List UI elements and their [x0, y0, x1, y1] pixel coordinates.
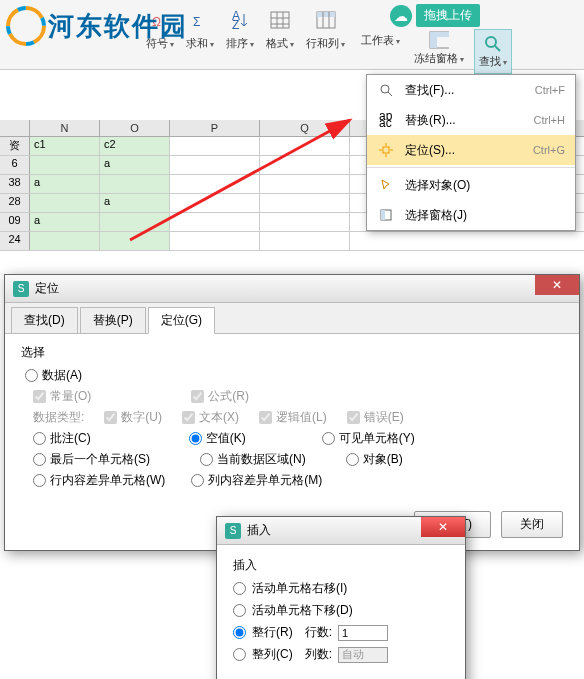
- cols-input: [338, 647, 388, 663]
- rowcol-group[interactable]: 行和列: [302, 4, 349, 53]
- cell[interactable]: [260, 194, 350, 212]
- row-header[interactable]: 38: [0, 175, 30, 193]
- cell[interactable]: [100, 175, 170, 193]
- dialog-app-icon: S: [13, 281, 29, 297]
- svg-rect-30: [381, 210, 385, 220]
- cell[interactable]: [170, 213, 260, 231]
- col-header[interactable]: O: [100, 120, 170, 136]
- col-header[interactable]: N: [30, 120, 100, 136]
- cell[interactable]: c1: [30, 137, 100, 155]
- cell[interactable]: [30, 194, 100, 212]
- cell[interactable]: a: [30, 175, 100, 193]
- cell[interactable]: a: [100, 194, 170, 212]
- menu-find[interactable]: 查找(F)... Ctrl+F: [367, 75, 575, 105]
- insert-titlebar[interactable]: S 插入 ✕: [217, 517, 465, 545]
- find-label: 查找: [479, 54, 507, 69]
- cell[interactable]: [260, 213, 350, 231]
- freeze-label: 冻结窗格: [414, 51, 464, 66]
- radio-blank[interactable]: [189, 432, 202, 445]
- check-text: [182, 411, 195, 424]
- col-header[interactable]: Q: [260, 120, 350, 136]
- sort-group[interactable]: AZ 排序: [222, 4, 258, 53]
- radio-shift-right[interactable]: [233, 582, 246, 595]
- radio-visible[interactable]: [322, 432, 335, 445]
- row-header[interactable]: 09: [0, 213, 30, 231]
- sheet-row[interactable]: 24: [0, 232, 584, 251]
- menu-replace[interactable]: abac 替换(R)... Ctrl+H: [367, 105, 575, 135]
- find-icon: [482, 34, 504, 52]
- goto-icon: [377, 141, 395, 159]
- tab-find[interactable]: 查找(D): [11, 307, 78, 333]
- radio-object[interactable]: [346, 453, 359, 466]
- cell[interactable]: [30, 232, 100, 250]
- radio-shift-down[interactable]: [233, 604, 246, 617]
- row-header[interactable]: 6: [0, 156, 30, 174]
- close-dialog-button[interactable]: 关闭: [501, 511, 563, 538]
- search-icon: [377, 81, 395, 99]
- cell[interactable]: [170, 137, 260, 155]
- cell[interactable]: [30, 156, 100, 174]
- radio-data[interactable]: [25, 369, 38, 382]
- radio-curregion[interactable]: [200, 453, 213, 466]
- svg-rect-12: [317, 12, 335, 17]
- format-group[interactable]: 格式: [262, 4, 298, 53]
- radio-entire-col[interactable]: [233, 648, 246, 661]
- menu-select-object[interactable]: 选择对象(O): [367, 170, 575, 200]
- tab-goto[interactable]: 定位(G): [148, 307, 215, 334]
- tab-replace[interactable]: 替换(P): [80, 307, 146, 333]
- sheet-group[interactable]: 工作表: [357, 29, 404, 74]
- cell[interactable]: [260, 156, 350, 174]
- dialog-titlebar[interactable]: S 定位 ✕: [5, 275, 579, 303]
- insert-close-button[interactable]: ✕: [421, 517, 465, 537]
- cell[interactable]: a: [30, 213, 100, 231]
- radio-comment[interactable]: [33, 432, 46, 445]
- insert-title: 插入: [247, 522, 271, 539]
- site-watermark: 河东软件园: [0, 0, 192, 52]
- find-group[interactable]: 查找: [474, 29, 512, 74]
- insert-heading: 插入: [233, 557, 449, 574]
- upload-button[interactable]: 拖拽上传: [416, 4, 480, 27]
- radio-lastcell[interactable]: [33, 453, 46, 466]
- cell[interactable]: [100, 213, 170, 231]
- cell[interactable]: [260, 232, 350, 250]
- col-header[interactable]: [0, 120, 30, 136]
- cell[interactable]: [170, 175, 260, 193]
- sheet-label: 工作表: [361, 33, 400, 48]
- cursor-icon: [377, 176, 395, 194]
- svg-line-19: [495, 46, 500, 51]
- radio-rowdiff[interactable]: [33, 474, 46, 487]
- menu-select-pane[interactable]: 选择窗格(J): [367, 200, 575, 230]
- close-button[interactable]: ✕: [535, 275, 579, 295]
- freeze-group[interactable]: 冻结窗格: [410, 29, 468, 74]
- check-logic: [259, 411, 272, 424]
- radio-coldiff[interactable]: [191, 474, 204, 487]
- cell[interactable]: a: [100, 156, 170, 174]
- rows-input[interactable]: [338, 625, 388, 641]
- radio-entire-row[interactable]: [233, 626, 246, 639]
- cell[interactable]: [260, 175, 350, 193]
- row-header[interactable]: 资: [0, 137, 30, 155]
- select-label: 选择: [21, 344, 563, 361]
- goto-dialog: S 定位 ✕ 查找(D) 替换(P) 定位(G) 选择 数据(A) 常量(O) …: [4, 274, 580, 551]
- svg-text:Z: Z: [232, 18, 239, 30]
- check-constant: [33, 390, 46, 403]
- insert-dialog: S 插入 ✕ 插入 活动单元格右移(I) 活动单元格下移(D) 整行(R) 行数…: [216, 516, 466, 679]
- sort-label: 排序: [226, 36, 254, 51]
- cell[interactable]: [170, 194, 260, 212]
- svg-point-20: [381, 85, 389, 93]
- row-header[interactable]: 24: [0, 232, 30, 250]
- cell[interactable]: [260, 137, 350, 155]
- site-name: 河东软件园: [48, 9, 188, 44]
- dialog-title: 定位: [35, 280, 59, 297]
- svg-point-0: [8, 8, 44, 44]
- menu-goto[interactable]: 定位(S)... Ctrl+G: [367, 135, 575, 165]
- row-header[interactable]: 28: [0, 194, 30, 212]
- cell[interactable]: c2: [100, 137, 170, 155]
- cell[interactable]: [100, 232, 170, 250]
- cloud-icon: ☁: [390, 5, 412, 27]
- cell[interactable]: [170, 156, 260, 174]
- cell[interactable]: [170, 232, 260, 250]
- freeze-icon: [428, 31, 450, 49]
- format-label: 格式: [266, 36, 294, 51]
- col-header[interactable]: P: [170, 120, 260, 136]
